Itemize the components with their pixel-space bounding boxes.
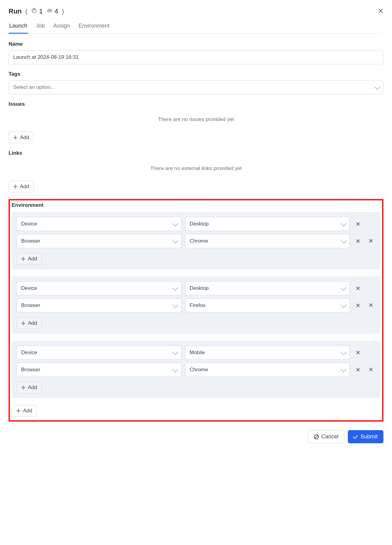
add-env-row-button[interactable]: Add xyxy=(17,382,42,393)
tab-assign[interactable]: Assign xyxy=(53,20,70,34)
tab-environment[interactable]: Environment xyxy=(78,20,110,34)
environment-group: Device Desktop Browser xyxy=(12,276,380,334)
auto-count: 4 xyxy=(55,7,58,15)
tags-placeholder: Select an option... xyxy=(13,84,55,90)
tabs: Launch Job Assign Environment xyxy=(9,20,383,34)
environment-section-highlight: Environment Device Desktop xyxy=(9,199,383,422)
plus-icon xyxy=(21,321,25,325)
links-empty: There are no external links provided yet xyxy=(9,159,383,181)
env-key-select[interactable]: Browser xyxy=(17,234,181,248)
environment-row: Browser Firefox xyxy=(17,298,363,312)
chevron-down-icon xyxy=(172,285,178,291)
svg-point-1 xyxy=(48,10,49,11)
close-icon xyxy=(378,8,383,13)
env-key-select[interactable]: Browser xyxy=(17,363,181,377)
tab-launch[interactable]: Launch xyxy=(9,20,28,34)
links-label: Links xyxy=(9,150,383,156)
chevron-down-icon xyxy=(341,220,347,226)
plus-icon xyxy=(21,257,25,261)
close-icon xyxy=(369,303,373,307)
add-env-row-button[interactable]: Add xyxy=(17,317,42,329)
cancel-button[interactable]: Cancel xyxy=(308,430,344,443)
check-icon xyxy=(353,434,358,439)
chevron-down-icon xyxy=(374,84,380,90)
environment-row: Browser Chrome xyxy=(17,234,363,248)
issues-label: Issues xyxy=(9,101,383,107)
tab-job[interactable]: Job xyxy=(35,20,45,34)
env-key-select[interactable]: Device xyxy=(17,346,181,360)
submit-button[interactable]: Submit xyxy=(348,430,383,443)
env-key-select[interactable]: Device xyxy=(17,217,181,231)
svg-point-2 xyxy=(50,10,51,11)
chevron-down-icon xyxy=(172,237,178,244)
plus-icon xyxy=(13,184,17,189)
environment-row: Device Desktop xyxy=(17,217,363,231)
manual-count: 1 xyxy=(39,7,43,15)
remove-row-button[interactable] xyxy=(353,365,363,374)
plus-icon xyxy=(16,409,21,413)
close-button[interactable] xyxy=(378,7,383,15)
chevron-down-icon xyxy=(172,366,178,372)
name-input[interactable] xyxy=(9,50,383,64)
chevron-down-icon xyxy=(341,302,347,308)
tags-select[interactable]: Select an option... xyxy=(9,80,383,94)
environment-group: Device Mobile Browser xyxy=(12,341,380,398)
chevron-down-icon xyxy=(341,366,347,372)
issues-empty: There are no issues provided yet xyxy=(9,110,383,132)
manual-icon xyxy=(31,7,37,15)
add-env-group-button[interactable]: Add xyxy=(12,405,37,417)
close-icon xyxy=(356,368,360,372)
env-value-select[interactable]: Chrome xyxy=(185,363,350,377)
environment-group: Device Desktop Browser xyxy=(12,212,380,270)
add-link-button[interactable]: Add xyxy=(9,181,34,192)
remove-group-button[interactable] xyxy=(366,365,375,374)
title-text: Run xyxy=(9,7,22,15)
close-icon xyxy=(369,239,373,243)
add-env-row-button[interactable]: Add xyxy=(17,253,42,265)
remove-row-button[interactable] xyxy=(353,301,363,310)
close-icon xyxy=(356,350,360,355)
bot-icon xyxy=(47,7,53,15)
page-title: Run ( 1 4 ) xyxy=(9,7,64,15)
env-value-select[interactable]: Desktop xyxy=(185,217,350,231)
env-value-select[interactable]: Chrome xyxy=(185,234,350,248)
remove-row-button[interactable] xyxy=(353,348,363,357)
chevron-down-icon xyxy=(172,220,178,226)
add-issue-button[interactable]: Add xyxy=(9,132,34,143)
env-key-select[interactable]: Device xyxy=(17,281,181,295)
environment-row: Device Mobile xyxy=(17,346,363,360)
remove-row-button[interactable] xyxy=(353,237,363,246)
chevron-down-icon xyxy=(341,237,347,244)
close-icon xyxy=(356,222,360,226)
ban-icon xyxy=(314,434,319,439)
env-value-select[interactable]: Firefox xyxy=(185,298,350,312)
chevron-down-icon xyxy=(341,285,347,291)
environment-label: Environment xyxy=(12,202,380,208)
remove-group-button[interactable] xyxy=(366,301,375,310)
env-value-select[interactable]: Mobile xyxy=(185,346,350,360)
env-value-select[interactable]: Desktop xyxy=(185,281,350,295)
close-icon xyxy=(356,303,360,308)
name-label: Name xyxy=(9,41,383,47)
chevron-down-icon xyxy=(341,349,347,355)
close-icon xyxy=(356,239,360,243)
remove-group-button[interactable] xyxy=(366,236,375,245)
plus-icon xyxy=(21,385,25,390)
chevron-down-icon xyxy=(172,349,178,355)
close-icon xyxy=(369,367,373,372)
environment-row: Browser Chrome xyxy=(17,363,363,377)
chevron-down-icon xyxy=(172,302,178,308)
remove-row-button[interactable] xyxy=(353,284,363,293)
plus-icon xyxy=(13,135,17,140)
remove-row-button[interactable] xyxy=(353,219,363,229)
tags-label: Tags xyxy=(9,71,383,77)
close-icon xyxy=(356,286,360,290)
environment-row: Device Desktop xyxy=(17,281,363,295)
env-key-select[interactable]: Browser xyxy=(17,298,181,312)
